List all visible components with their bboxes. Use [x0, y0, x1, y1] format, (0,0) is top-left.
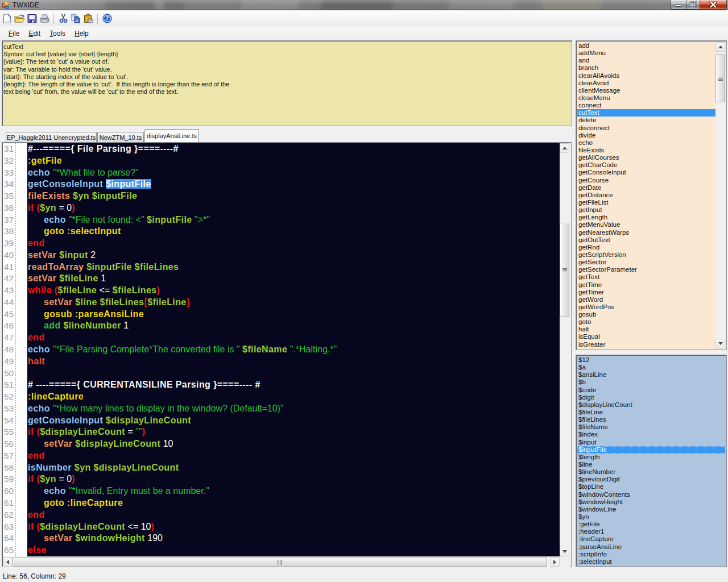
editor-vscroll-down-button[interactable] [560, 547, 569, 556]
open-file-button[interactable] [13, 12, 26, 25]
menu-tools[interactable]: Tools [45, 28, 70, 39]
tab-displayAnsiLine.ts[interactable]: displayAnsiLine.ts [144, 129, 199, 142]
list-item[interactable]: cutText [577, 109, 715, 117]
tab-EP_Haggle2011 Unencrypted.ts[interactable]: EP_Haggle2011 Unencrypted.ts [6, 132, 97, 142]
list-item[interactable]: $ansiLine [577, 371, 725, 379]
editor-horizontal-scrollbar[interactable] [3, 557, 560, 567]
list-item[interactable]: $a [577, 364, 725, 371]
list-item[interactable]: goto [577, 318, 715, 326]
commands-list[interactable]: addaddMenuandbranchclearAllAvoidsclearAv… [577, 42, 715, 348]
list-item[interactable]: $digit [577, 394, 725, 401]
list-item[interactable]: getSector [577, 259, 715, 266]
copy-button[interactable] [69, 12, 82, 25]
commands-scroll-down-button[interactable] [715, 339, 725, 348]
help-text-panel[interactable]: cutText Syntax: cutText {value} var {sta… [2, 40, 572, 126]
list-item[interactable]: getRnd [577, 244, 715, 251]
list-item[interactable]: :scriptInfo [577, 551, 725, 558]
list-item[interactable]: getCourse [577, 177, 715, 184]
list-item[interactable]: $topLine [577, 483, 725, 490]
list-item[interactable]: $yn [577, 513, 725, 521]
list-item[interactable]: getAllCourses [577, 154, 715, 161]
tab-NewZTM_10.ts[interactable]: NewZTM_10.ts [97, 132, 144, 142]
list-item[interactable]: connect [577, 102, 715, 109]
list-item[interactable]: getMenuValue [577, 221, 715, 228]
save-button[interactable] [26, 12, 38, 25]
commands-scroll-up-button[interactable] [715, 42, 725, 52]
list-item[interactable]: gosub [577, 311, 715, 318]
list-item[interactable]: $windowHeight [577, 498, 725, 506]
minimize-button[interactable] [671, 0, 686, 10]
list-item[interactable]: $code [577, 386, 725, 394]
list-item[interactable]: getDate [577, 184, 715, 192]
list-item[interactable]: isGreater [577, 341, 715, 348]
title-bar[interactable]: TWXIDE [0, 0, 728, 10]
list-item[interactable]: getScriptVersion [577, 251, 715, 259]
list-item[interactable]: add [577, 42, 715, 49]
commands-scroll-thumb[interactable] [715, 54, 725, 102]
list-item[interactable]: halt [577, 326, 715, 333]
list-item[interactable]: echo [577, 139, 715, 147]
new-file-button[interactable] [1, 12, 13, 25]
list-item[interactable]: $lineNumber [577, 468, 725, 476]
list-item[interactable]: :getFile [577, 521, 725, 528]
editor-vscroll-thumb[interactable] [560, 223, 569, 317]
list-item[interactable]: getInput [577, 206, 715, 214]
list-item[interactable]: getNearestWarps [577, 229, 715, 236]
list-item[interactable]: $displayLineCount [577, 401, 725, 409]
list-item[interactable]: isEqual [577, 333, 715, 340]
list-item[interactable]: getOutText [577, 236, 715, 244]
list-item[interactable]: $fileName [577, 423, 725, 431]
list-item[interactable]: getLength [577, 214, 715, 221]
list-item[interactable]: getWord [577, 296, 715, 304]
list-item[interactable]: $line [577, 461, 725, 468]
editor-hscroll-right-button[interactable] [550, 557, 560, 567]
list-item[interactable]: clearAllAvoids [577, 72, 715, 80]
list-item[interactable]: getSectorParameter [577, 266, 715, 273]
list-item[interactable]: closeMenu [577, 94, 715, 102]
list-item[interactable]: getFileList [577, 199, 715, 206]
code-area[interactable]: #---====={ File Parsing }====----#:getFi… [27, 143, 560, 556]
menu-file[interactable]: File [4, 28, 24, 39]
list-item[interactable]: $b [577, 379, 725, 386]
help-button[interactable]: ? [101, 12, 113, 25]
editor-hscroll-left-button[interactable] [3, 557, 13, 567]
close-button[interactable] [700, 0, 727, 10]
list-item[interactable]: $fileLines [577, 416, 725, 423]
list-item[interactable]: branch [577, 64, 715, 72]
list-item[interactable]: $index [577, 431, 725, 438]
editor-vertical-scrollbar[interactable] [560, 143, 569, 556]
list-item[interactable]: $windowLine [577, 506, 725, 513]
list-item[interactable]: getConsoleInput [577, 169, 715, 176]
list-item[interactable]: getDistance [577, 192, 715, 199]
list-item[interactable]: $input [577, 439, 725, 446]
variables-list[interactable]: $12$a$ansiLine$b$code$digit$displayLineC… [577, 356, 725, 565]
list-item[interactable]: disconnect [577, 124, 715, 132]
print-button[interactable] [38, 12, 51, 25]
list-item[interactable]: delete [577, 117, 715, 124]
cut-button[interactable] [57, 12, 69, 25]
list-item[interactable]: getText [577, 273, 715, 281]
list-item[interactable]: clearAvoid [577, 80, 715, 87]
menu-edit[interactable]: Edit [24, 28, 45, 39]
list-item[interactable]: fileExists [577, 147, 715, 154]
list-item[interactable]: $length [577, 454, 725, 461]
list-item[interactable]: $inputFile [577, 446, 725, 454]
list-item[interactable]: :lineCapture [577, 535, 725, 543]
list-item[interactable]: and [577, 57, 715, 64]
list-item[interactable]: :selectInput [577, 558, 725, 566]
list-item[interactable]: :parseAnsiLine [577, 543, 725, 551]
list-item[interactable]: clientMessage [577, 87, 715, 94]
menu-help[interactable]: Help [70, 28, 93, 39]
list-item[interactable]: getWordPos [577, 304, 715, 311]
list-item[interactable]: $windowContents [577, 491, 725, 498]
paste-button[interactable] [82, 12, 94, 25]
list-item[interactable]: getCharCode [577, 161, 715, 169]
list-item[interactable]: $12 [577, 356, 725, 364]
maximize-button[interactable] [686, 0, 700, 10]
list-item[interactable]: :header1 [577, 528, 725, 535]
list-item[interactable]: divide [577, 132, 715, 139]
commands-scrollbar[interactable] [715, 42, 725, 348]
list-item[interactable]: addMenu [577, 49, 715, 57]
editor-vscroll-up-button[interactable] [560, 143, 569, 153]
list-item[interactable]: $fileLine [577, 409, 725, 416]
